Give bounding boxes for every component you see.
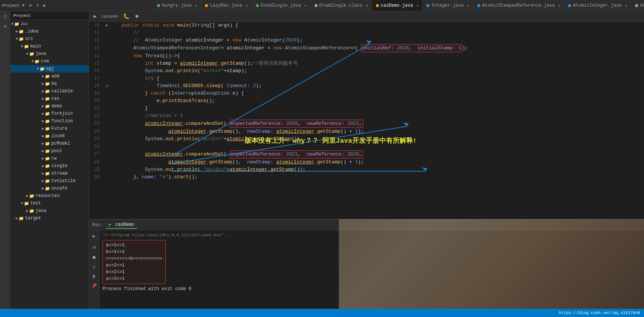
code-editor[interactable]: 10 ▶ public static void main(String[] ar… [89,22,644,219]
line-gutter: ◇ [104,82,110,90]
tree-item-forkjoin[interactable]: ▶ 📁 forkjoin [10,110,89,117]
line-number: 16 [89,67,104,75]
arrow-icon: ▶ [16,216,18,221]
line-number: 11 [89,29,104,37]
tree-item-rw[interactable]: ▶ 📁 rw [10,155,89,162]
arrow-icon: ▶ [42,81,44,86]
run-clear-btn[interactable]: 🗑 [90,273,98,280]
close-icon[interactable]: ✕ [366,3,368,8]
tree-item-add[interactable]: ▶ 📁 add [10,73,89,80]
line-number: 17 [89,75,104,82]
tab-enumsingle[interactable]: EnumSingle.java ✕ [252,0,311,11]
tree-item-lock8[interactable]: ▶ 📁 lock8 [10,132,89,140]
tree-item-function[interactable]: ▶ 📁 function [10,117,89,125]
tab-atomicstamped[interactable]: AtomicStampedReference.java ✕ [473,0,564,11]
code-line: 22 //Version + 1 [89,112,644,120]
close-icon[interactable]: ✕ [304,3,307,8]
run-icon[interactable]: ▶ [42,2,47,9]
tree-item-main[interactable]: ▼ 📁 main [10,43,89,50]
run-rerun-btn[interactable]: ↺ [90,243,98,251]
item-label: pcModel [51,141,70,146]
folder-icon: 📁 [45,134,50,139]
play-btn[interactable]: ▶ [92,12,98,20]
structure-icon[interactable]: ≡ [1,22,9,31]
editor-area: ▶ casDemo 🐛 ■ [89,11,644,219]
line-number: 25 [89,135,104,143]
folder-icon: 📁 [40,67,45,71]
layout-icon[interactable]: ≡ [35,2,40,9]
tab-unsafe[interactable]: Unsafe.class ✕ [631,0,644,11]
tab-lazyman[interactable]: LazyMan.java ✕ [201,0,252,11]
code-line: 11 // [89,29,644,37]
tree-item-stream[interactable]: ▶ 📁 stream [10,170,89,177]
line-content: AtomicStampedReference<Integer> atomicIn… [110,44,644,52]
run-tab-casdemo[interactable]: ▶ casDemo [106,221,137,229]
tree-item-pool[interactable]: ▶ 📁 pool [10,147,89,155]
structure-btn[interactable]: Z [1,13,9,21]
line-content: new Thread(()->{ [110,52,644,60]
tree-item-java[interactable]: ▼ 📁 java [10,50,89,58]
close-icon[interactable]: ✕ [467,3,469,8]
close-icon[interactable]: ✕ [625,3,627,8]
code-line: 19 } catch (InterruptedException e) { [89,90,644,97]
line-content: //Version + 1 [110,112,644,120]
tree-item-target[interactable]: ▶ 📁 target [10,215,89,222]
tree-item-tvolatile[interactable]: ▶ 📁 tvolatile [10,177,89,185]
close-icon[interactable]: ✕ [195,3,197,8]
item-label: test [30,201,41,206]
run-stop-btn[interactable]: ■ [90,253,98,262]
tab-atomicinteger[interactable]: AtomicInteger.java ✕ [564,0,631,11]
close-icon[interactable]: ✕ [246,3,248,8]
settings-icon[interactable]: ⚙ [27,2,33,9]
tab-dot [635,4,638,7]
folder-icon: 📁 [45,164,50,169]
tree-item-unsafe-folder[interactable]: ▶ 📁 unsafe [10,185,89,192]
tree-item-test[interactable]: ▼ 📁 test [10,200,89,207]
close-icon[interactable]: ✕ [416,3,418,8]
code-line: 10 ▶ public static void main(String[] ar… [89,22,644,29]
arrow-icon: ▶ [42,156,44,161]
line-number: 29 [89,166,104,173]
code-line: 13 AtomicStampedReference<Integer> atomi… [89,44,644,52]
debug-btn[interactable]: 🐛 [122,12,131,20]
tree-item-com[interactable]: ▼ 📁 com [10,58,89,65]
tab-dot [315,4,318,7]
tree-item-ogj[interactable]: ▼ 📁 ogj [10,65,89,73]
folder-icon: 📁 [29,52,34,56]
tree-item-future[interactable]: ▶ 📁 Future [10,125,89,132]
tree-item-cas[interactable]: ▶ 📁 cas [10,95,89,102]
tree-item-demo[interactable]: ▶ 📁 demo [10,102,89,110]
tree-item-single[interactable]: ▶ 📁 single [10,162,89,170]
tree-item-callable[interactable]: ▶ 📁 callable [10,87,89,95]
tree-item-project[interactable]: ▼ 📁 Juc [10,20,89,28]
run-scroll-btn[interactable]: ≡ [90,264,98,271]
output-line-2: b=>1=>1 [106,249,162,255]
tree-item-src[interactable]: ▼ 📁 src [10,35,89,43]
tab-integer[interactable]: Integer.java ✕ [423,0,473,11]
project-name: Juc [21,22,28,26]
run-panel: Run: ▶ casDemo ▶ ↺ ■ ≡ 🗑 📌 "C:\ [89,219,644,309]
tree-item-bq[interactable]: ▶ 📁 bq [10,80,89,87]
tab-hungry[interactable]: Hungry.java ✕ [153,0,201,11]
tree-item-resources[interactable]: ▶ 📁 resources [10,192,89,200]
arrow-icon: ▼ [16,37,18,41]
tab-label: EnumSingle.java [261,3,301,8]
tab-casdemo[interactable]: casDemo.java ✕ [372,0,423,11]
stop-btn[interactable]: ■ [134,13,140,20]
code-line: 30 }, name: "a").start(); [89,173,644,181]
folder-icon: 📁 [45,179,50,184]
tab-enumsingleclass[interactable]: EnumSingle.class ✕ [311,0,372,11]
tree-item-pcmodel[interactable]: ▶ 📁 pcModel [10,140,89,147]
tree-item-test-java[interactable]: ▶ 📁 java [10,207,89,215]
tree-item-idea[interactable]: ▶ 📁 .idea [10,28,89,35]
tab-label: casDemo.java [381,3,413,8]
run-pin-btn[interactable]: 📌 [90,282,98,289]
folder-icon: 📁 [19,216,24,221]
item-label: java [36,208,46,213]
run-play-btn[interactable]: ▶ [90,232,98,240]
project-label: Project ▼ [2,3,24,8]
line-content: int stamp = atomicInteger.getStamp();//获… [110,60,644,67]
arrow-icon: ▼ [21,44,23,49]
close-icon[interactable]: ✕ [558,3,560,8]
run-output[interactable]: "C:\Program Files\Java\jdk1.8.0_121\bin\… [99,230,644,309]
